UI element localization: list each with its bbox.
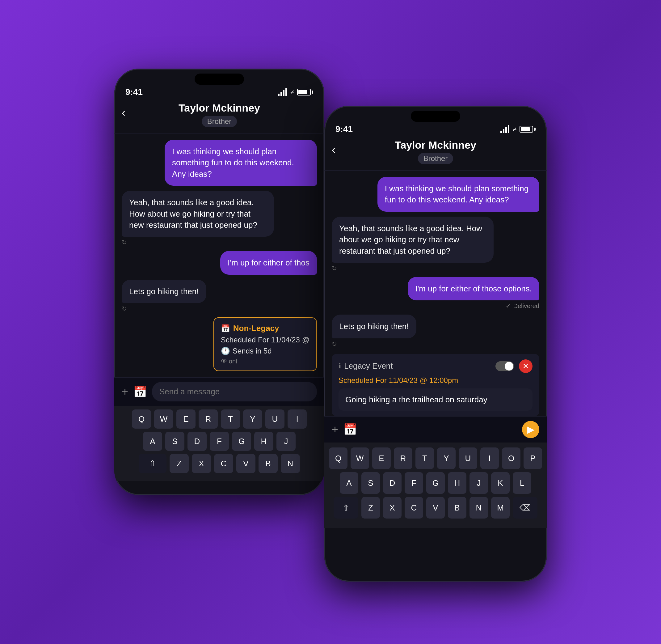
key-c-front[interactable]: C [405, 497, 423, 519]
send-arrow-icon: ▶ [527, 424, 534, 435]
calendar-button-front[interactable]: 📅 [343, 423, 357, 436]
keyboard-row-2-back: A S D F G H J [116, 432, 323, 451]
plus-button-front[interactable]: + [332, 423, 338, 436]
phone-front: 9:41 ⌿ ‹ Taylor Mckinney Brother [324, 106, 547, 581]
send-button[interactable]: ▶ [522, 421, 539, 438]
key-e-front[interactable]: E [372, 447, 391, 469]
key-shift-front[interactable]: ⇧ [334, 497, 358, 519]
key-f-front[interactable]: F [405, 472, 423, 494]
key-r-front[interactable]: R [394, 447, 412, 469]
messages-area-front: I was thinking we should plan something … [324, 170, 547, 354]
battery-icon-front [520, 126, 536, 133]
message-received-2-front: Lets go hiking then! ↻ [332, 315, 539, 347]
non-legacy-header: 📅 Non-Legacy [221, 324, 309, 333]
key-z-front[interactable]: Z [361, 497, 380, 519]
time-front: 9:41 [335, 124, 353, 134]
bubble-received-1-back: Yeah, that sounds like a good idea. How … [122, 191, 274, 237]
key-w-back[interactable]: W [154, 410, 173, 429]
key-h-back[interactable]: H [254, 432, 273, 451]
key-w-front[interactable]: W [351, 447, 369, 469]
meta-received-1-front: ↻ [332, 264, 337, 272]
key-m-front[interactable]: M [491, 497, 510, 519]
key-q-front[interactable]: Q [329, 447, 348, 469]
key-z-back[interactable]: Z [170, 454, 189, 473]
plus-button-back[interactable]: + [122, 385, 128, 398]
key-e-back[interactable]: E [176, 410, 195, 429]
key-p-front[interactable]: P [523, 447, 542, 469]
key-y-front[interactable]: Y [437, 447, 455, 469]
signal-icon-front [500, 125, 509, 133]
contact-name-back: Taylor Mckinney [179, 102, 260, 114]
key-v-front[interactable]: V [426, 497, 445, 519]
key-l-front[interactable]: L [513, 472, 531, 494]
message-received-1-back: Yeah, that sounds like a good idea. How … [122, 191, 317, 246]
status-icons-back: ⌿ [278, 88, 313, 96]
bubble-received-2-back: Lets go hiking then! [122, 280, 206, 303]
key-k-front[interactable]: K [491, 472, 510, 494]
key-h-front[interactable]: H [448, 472, 466, 494]
key-c-back[interactable]: C [214, 454, 233, 473]
key-g-front[interactable]: G [426, 472, 445, 494]
meta-received-2-front: ↻ [332, 340, 337, 348]
legacy-toggle[interactable] [495, 361, 514, 371]
key-r-back[interactable]: R [198, 410, 218, 429]
key-a-front[interactable]: A [340, 472, 358, 494]
status-bar-back: 9:41 ⌿ [114, 85, 324, 97]
sends-in-back: 🕐 Sends in 5d [221, 347, 309, 355]
refresh-icon-front-2: ↻ [332, 340, 337, 348]
bubble-sent-2-back: I'm up for either of thos [220, 251, 317, 274]
non-legacy-label: Non-Legacy [233, 324, 279, 333]
key-t-back[interactable]: T [221, 410, 240, 429]
key-shift-back[interactable]: ⇧ [139, 454, 166, 473]
key-x-front[interactable]: X [383, 497, 402, 519]
key-u-back[interactable]: U [265, 410, 284, 429]
key-i-back[interactable]: I [288, 410, 307, 429]
bubble-sent-1-front: I was thinking we should plan something … [377, 177, 539, 212]
key-x-back[interactable]: X [192, 454, 211, 473]
calendar-button-back[interactable]: 📅 [133, 385, 147, 398]
key-g-back[interactable]: G [232, 432, 251, 451]
keyboard-front: Q W E R T Y U I O P A S D F G H J K L [324, 442, 547, 528]
status-icons-front: ⌿ [500, 125, 536, 133]
delivered-check-icon: ✓ [505, 302, 511, 309]
dynamic-island-back [195, 73, 244, 85]
keyboard-row-3-back: ⇧ Z X C V B N [116, 454, 323, 473]
key-s-front[interactable]: S [361, 472, 380, 494]
key-backspace-front[interactable]: ⌫ [513, 497, 538, 519]
clock-icon-back: 🕐 [221, 347, 230, 355]
legacy-toggle-row: ℹ Legacy Event ✕ [338, 360, 533, 373]
keyboard-back: Q W E R T Y U I A S D F G H J ⇧ Z X [114, 406, 324, 481]
key-j-back[interactable]: J [277, 432, 296, 451]
bubble-received-1-front: Yeah, that sounds like a good idea. How … [332, 216, 494, 263]
refresh-icon-front-1: ↻ [332, 264, 337, 272]
back-button-back[interactable]: ‹ [122, 106, 125, 119]
key-b-front[interactable]: B [448, 497, 466, 519]
key-n-back[interactable]: N [281, 454, 300, 473]
non-legacy-card: 📅 Non-Legacy Scheduled For 11/04/23 @ 🕐 … [213, 317, 317, 371]
delivered-text: Delivered [513, 302, 539, 309]
compose-text[interactable]: Going hiking a the trailhead on saturday [338, 388, 533, 411]
back-button-front[interactable]: ‹ [332, 143, 335, 156]
signal-icon-back [278, 88, 287, 96]
key-d-front[interactable]: D [383, 472, 402, 494]
battery-icon-back [297, 89, 313, 95]
key-n-front[interactable]: N [470, 497, 488, 519]
bubble-sent-2-front: I'm up for either of those options. [408, 277, 539, 300]
key-d-back[interactable]: D [188, 432, 207, 451]
message-input-back[interactable] [152, 382, 317, 401]
chat-header-front: ‹ Taylor Mckinney Brother [324, 134, 547, 170]
key-y-back[interactable]: Y [243, 410, 262, 429]
key-v-back[interactable]: V [236, 454, 256, 473]
key-b-back[interactable]: B [259, 454, 278, 473]
key-q-back[interactable]: Q [132, 410, 151, 429]
key-s-back[interactable]: S [165, 432, 184, 451]
key-t-front[interactable]: T [416, 447, 434, 469]
key-i-front[interactable]: I [480, 447, 499, 469]
contact-name-front: Taylor Mckinney [395, 139, 476, 151]
close-legacy-button[interactable]: ✕ [519, 360, 533, 373]
key-u-front[interactable]: U [459, 447, 477, 469]
key-f-back[interactable]: F [210, 432, 229, 451]
key-j-front[interactable]: J [470, 472, 488, 494]
key-o-front[interactable]: O [502, 447, 520, 469]
key-a-back[interactable]: A [143, 432, 162, 451]
